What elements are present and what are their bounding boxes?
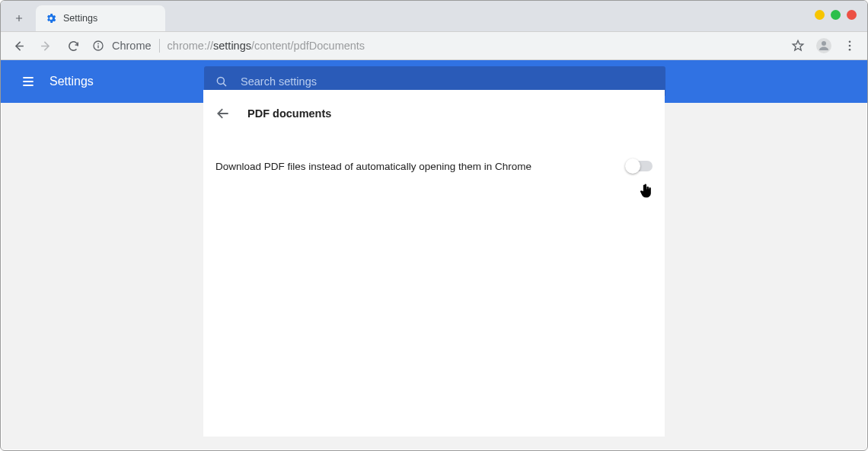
svg-point-15 — [217, 77, 224, 84]
svg-point-10 — [849, 45, 851, 47]
hamburger-menu-button[interactable] — [19, 72, 37, 91]
url-host: settings — [213, 40, 251, 52]
new-tab-button[interactable] — [7, 6, 31, 30]
app-title: Settings — [49, 75, 94, 88]
address-bar[interactable]: Chrome chrome://settings/content/pdfDocu… — [92, 34, 782, 57]
svg-line-16 — [223, 83, 226, 86]
tab-strip: Settings — [1, 1, 867, 31]
settings-card: PDF documents Download PDF files instead… — [203, 90, 665, 437]
svg-rect-6 — [97, 45, 98, 48]
gear-icon — [45, 12, 57, 24]
svg-point-5 — [97, 43, 99, 44]
page-title: PDF documents — [247, 107, 331, 120]
forward-button[interactable] — [34, 34, 57, 57]
back-arrow-button[interactable] — [214, 104, 232, 123]
divider — [159, 39, 160, 53]
toggle-knob — [625, 158, 640, 174]
card-header: PDF documents — [203, 90, 665, 137]
close-button[interactable] — [847, 10, 857, 20]
option-label: Download PDF files instead of automatica… — [215, 161, 627, 172]
svg-point-11 — [849, 49, 851, 51]
minimize-button[interactable] — [815, 10, 825, 20]
svg-marker-7 — [793, 40, 803, 50]
menu-button[interactable] — [838, 34, 861, 57]
svg-point-8 — [822, 41, 826, 46]
cursor-hand-icon — [639, 184, 654, 202]
pdf-download-option-row: Download PDF files instead of automatica… — [203, 149, 665, 183]
window-controls — [815, 10, 857, 20]
pdf-download-toggle[interactable] — [627, 161, 653, 171]
settings-body: PDF documents Download PDF files instead… — [2, 103, 866, 449]
bookmark-button[interactable] — [787, 34, 809, 57]
url-path: /content/pdfDocuments — [251, 40, 365, 52]
browser-toolbar: Chrome chrome://settings/content/pdfDocu… — [1, 31, 867, 60]
search-input[interactable] — [241, 75, 655, 88]
svg-point-9 — [849, 40, 851, 43]
search-icon — [215, 75, 228, 88]
reload-button[interactable] — [62, 34, 85, 57]
back-button[interactable] — [7, 34, 30, 57]
tab-title: Settings — [63, 13, 97, 24]
maximize-button[interactable] — [831, 10, 841, 20]
browser-tab[interactable]: Settings — [36, 5, 165, 31]
profile-button[interactable] — [812, 34, 835, 57]
url-text: chrome://settings/content/pdfDocuments — [168, 40, 365, 52]
site-info-icon[interactable] — [92, 40, 104, 52]
url-scheme: chrome:// — [168, 40, 213, 52]
address-chip: Chrome — [112, 40, 152, 52]
avatar-icon — [816, 38, 831, 53]
